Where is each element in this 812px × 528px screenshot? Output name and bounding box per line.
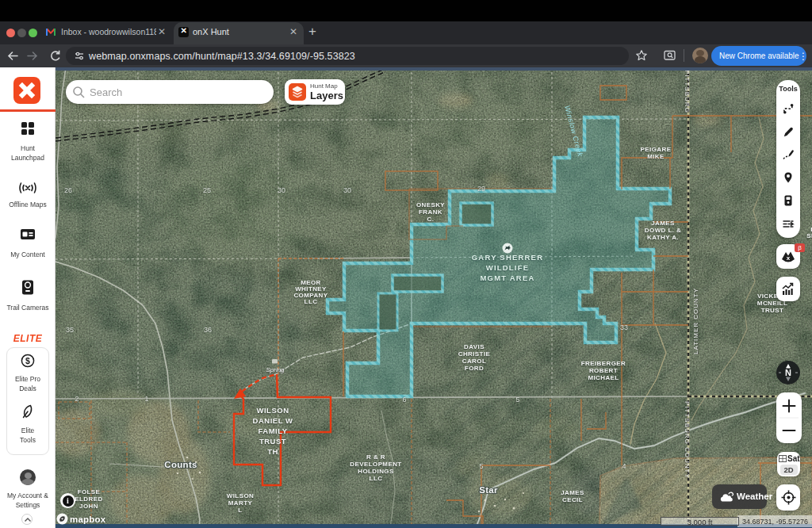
svg-text:N: N <box>785 368 791 377</box>
svg-text:$: $ <box>25 356 30 365</box>
svg-text:x: x <box>787 254 791 262</box>
